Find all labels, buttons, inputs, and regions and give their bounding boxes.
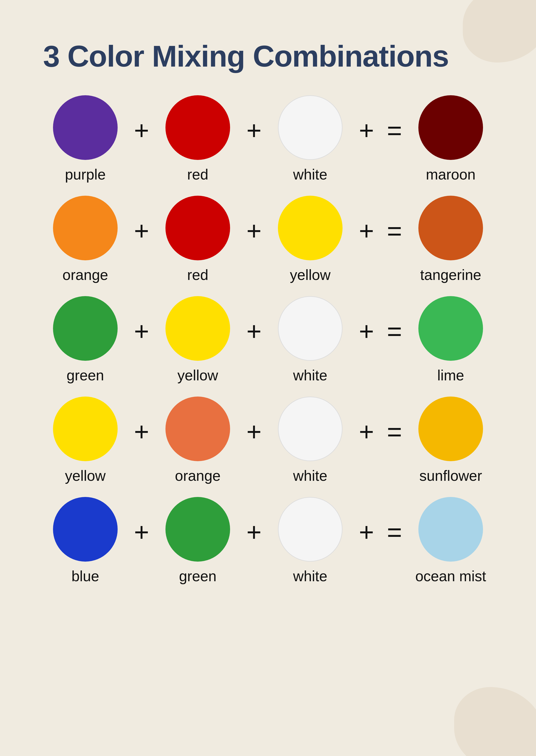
plus-operator-1-row-5: + [247, 517, 261, 547]
plus-operator-0-row-2: + [134, 216, 149, 246]
result-item-sunflower: sunflower [409, 396, 493, 484]
result-item-ocean-mist: ocean mist [409, 497, 493, 584]
color-item-white-5: white [268, 497, 352, 584]
result-circle-ocean-mist [419, 497, 483, 562]
plus-operator-2-row-4: + [359, 417, 374, 447]
combination-row-1: purple+red+white+=maroon [43, 95, 493, 183]
color-item-white-4: white [268, 396, 352, 484]
label-yellow-3: yellow [177, 367, 218, 384]
equals-operator-row-3: = [387, 316, 402, 346]
label-yellow-4: yellow [65, 467, 106, 484]
color-item-white-1: white [268, 95, 352, 183]
combination-row-3: green+yellow+white+=lime [43, 296, 493, 384]
color-item-purple-1: purple [43, 95, 127, 183]
circle-white-3 [278, 296, 343, 361]
color-item-orange-2: orange [43, 196, 127, 283]
color-item-yellow-2: yellow [268, 196, 352, 283]
label-white-5: white [293, 567, 327, 584]
color-item-red-2: red [155, 196, 240, 283]
result-label-lime: lime [437, 367, 464, 384]
result-label-ocean-mist: ocean mist [415, 567, 486, 584]
circle-green-5 [165, 497, 230, 562]
page-title: 3 Color Mixing Combinations [43, 39, 493, 74]
color-item-green-5: green [155, 497, 240, 584]
plus-operator-0-row-5: + [134, 517, 149, 547]
equals-operator-row-4: = [387, 417, 402, 447]
plus-operator-0-row-4: + [134, 417, 149, 447]
color-item-white-3: white [268, 296, 352, 384]
label-purple-1: purple [65, 166, 106, 183]
plus-operator-1-row-1: + [247, 116, 261, 145]
color-item-orange-4: orange [155, 396, 240, 484]
combination-row-5: blue+green+white+=ocean mist [43, 497, 493, 584]
equals-operator-row-5: = [387, 517, 402, 547]
label-yellow-2: yellow [290, 266, 330, 283]
label-red-2: red [187, 266, 208, 283]
circle-white-5 [278, 497, 343, 562]
label-orange-2: orange [62, 266, 108, 283]
plus-operator-0-row-1: + [134, 116, 149, 145]
result-label-sunflower: sunflower [419, 467, 482, 484]
color-item-red-1: red [155, 95, 240, 183]
result-circle-tangerine [419, 196, 483, 260]
label-orange-4: orange [175, 467, 220, 484]
circle-purple-1 [53, 95, 117, 160]
result-label-maroon: maroon [426, 166, 476, 183]
plus-operator-2-row-5: + [359, 517, 374, 547]
combination-row-2: orange+red+yellow+=tangerine [43, 196, 493, 283]
result-item-lime: lime [409, 296, 493, 384]
color-item-yellow-4: yellow [43, 396, 127, 484]
color-item-blue-5: blue [43, 497, 127, 584]
label-red-1: red [187, 166, 208, 183]
plus-operator-1-row-4: + [247, 417, 261, 447]
equals-operator-row-1: = [387, 116, 402, 145]
result-item-maroon: maroon [409, 95, 493, 183]
plus-operator-2-row-2: + [359, 216, 374, 246]
circle-red-1 [165, 95, 230, 160]
result-circle-maroon [419, 95, 483, 160]
label-green-3: green [67, 367, 104, 384]
color-item-green-3: green [43, 296, 127, 384]
plus-operator-2-row-1: + [359, 116, 374, 145]
result-circle-sunflower [419, 396, 483, 461]
result-label-tangerine: tangerine [420, 266, 481, 283]
plus-operator-2-row-3: + [359, 316, 374, 346]
result-item-tangerine: tangerine [409, 196, 493, 283]
circle-white-4 [278, 396, 343, 461]
result-circle-lime [419, 296, 483, 361]
circle-blue-5 [53, 497, 117, 562]
equals-operator-row-2: = [387, 216, 402, 246]
circle-red-2 [165, 196, 230, 260]
combination-row-4: yellow+orange+white+=sunflower [43, 396, 493, 484]
label-white-1: white [293, 166, 327, 183]
combinations-list: purple+red+white+=maroonorange+red+yello… [43, 95, 493, 584]
plus-operator-1-row-2: + [247, 216, 261, 246]
label-green-5: green [179, 567, 217, 584]
decorative-blob-bottom [454, 687, 536, 756]
label-white-3: white [293, 367, 327, 384]
label-white-4: white [293, 467, 327, 484]
circle-yellow-2 [278, 196, 343, 260]
plus-operator-1-row-3: + [247, 316, 261, 346]
page-content: 3 Color Mixing Combinations purple+red+w… [0, 0, 536, 606]
circle-orange-4 [165, 396, 230, 461]
color-item-yellow-3: yellow [155, 296, 240, 384]
circle-yellow-4 [53, 396, 117, 461]
circle-yellow-3 [165, 296, 230, 361]
plus-operator-0-row-3: + [134, 316, 149, 346]
circle-white-1 [278, 95, 343, 160]
circle-green-3 [53, 296, 117, 361]
label-blue-5: blue [72, 567, 99, 584]
circle-orange-2 [53, 196, 117, 260]
